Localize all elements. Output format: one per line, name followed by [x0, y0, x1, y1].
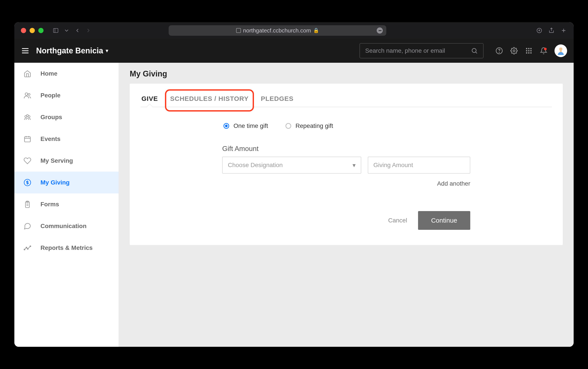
- giving-amount-input[interactable]: [373, 162, 465, 169]
- svg-rect-25: [560, 51, 562, 52]
- sidebar-item-groups[interactable]: Groups: [14, 106, 119, 128]
- svg-point-27: [28, 93, 30, 95]
- sidebar-toggle-icon[interactable]: [52, 27, 59, 34]
- settings-icon[interactable]: [510, 47, 518, 55]
- sidebar-item-communication[interactable]: Communication: [14, 215, 119, 237]
- new-tab-icon[interactable]: [560, 27, 567, 34]
- sidebar-item-events[interactable]: Events: [14, 128, 119, 150]
- svg-rect-16: [530, 48, 532, 49]
- sidebar-item-my-giving[interactable]: My Giving: [14, 172, 119, 194]
- dollar-icon: [23, 178, 32, 187]
- close-window-button[interactable]: [21, 28, 26, 33]
- tabs: GIVE SCHEDULES / HISTORY PLEDGES: [141, 92, 552, 107]
- svg-line-10: [476, 52, 477, 53]
- radio-icon: [285, 123, 291, 129]
- maximize-window-button[interactable]: [38, 28, 44, 33]
- amount-input-wrapper: [368, 157, 470, 174]
- add-another-link[interactable]: Add another: [222, 180, 470, 187]
- search-box[interactable]: [360, 43, 484, 58]
- metrics-icon: [23, 244, 32, 252]
- sidebar-item-label: Reports & Metrics: [40, 244, 93, 251]
- svg-rect-31: [25, 137, 30, 142]
- svg-point-43: [30, 246, 31, 247]
- sidebar-item-label: Home: [40, 70, 58, 77]
- sidebar-item-people[interactable]: People: [14, 84, 119, 106]
- main-content: My Giving GIVE SCHEDULES / HISTORY PLEDG…: [119, 63, 574, 347]
- menu-button[interactable]: [21, 46, 29, 55]
- svg-point-30: [27, 114, 29, 117]
- help-icon[interactable]: [495, 47, 503, 55]
- radio-repeating-gift[interactable]: Repeating gift: [285, 123, 333, 129]
- browser-window: northgatecf.ccbchurch.com 🔒 ••• Northgat…: [14, 22, 574, 347]
- browser-toolbar: northgatecf.ccbchurch.com 🔒 •••: [14, 22, 574, 39]
- sidebar-item-label: Events: [40, 135, 60, 143]
- page-settings-icon[interactable]: •••: [377, 27, 383, 33]
- sidebar-item-label: Forms: [40, 201, 59, 208]
- forward-button[interactable]: [85, 27, 92, 34]
- svg-rect-21: [528, 52, 529, 54]
- sidebar-item-forms[interactable]: Forms: [14, 194, 119, 215]
- sidebar-item-label: My Giving: [40, 179, 70, 186]
- designation-select[interactable]: Choose Designation ▾: [222, 157, 361, 174]
- page-title: My Giving: [130, 69, 563, 78]
- sidebar-item-home[interactable]: Home: [14, 63, 119, 84]
- downloads-icon[interactable]: [536, 27, 543, 34]
- svg-rect-22: [530, 52, 532, 54]
- svg-point-40: [24, 249, 25, 250]
- user-avatar[interactable]: [555, 44, 567, 57]
- svg-point-26: [25, 93, 28, 95]
- svg-point-41: [26, 247, 27, 248]
- gift-type-group: One time gift Repeating gift: [222, 123, 470, 129]
- cancel-button[interactable]: Cancel: [388, 217, 407, 224]
- app-header: Northgate Benicia ▾: [14, 39, 574, 63]
- notifications-icon[interactable]: [540, 47, 548, 55]
- org-switcher[interactable]: Northgate Benicia ▾: [36, 46, 108, 55]
- caret-down-icon: ▾: [106, 48, 108, 54]
- back-button[interactable]: [74, 27, 81, 34]
- sidebar-item-label: People: [40, 92, 60, 99]
- svg-rect-0: [54, 29, 58, 33]
- chat-icon: [23, 222, 32, 230]
- sidebar-item-label: Groups: [40, 114, 62, 121]
- lock-icon: 🔒: [313, 28, 319, 33]
- search-icon: [471, 47, 478, 54]
- search-input[interactable]: [365, 47, 471, 54]
- chevron-down-icon[interactable]: [63, 27, 70, 34]
- radio-icon: [224, 123, 229, 129]
- radio-one-time-gift[interactable]: One time gift: [224, 123, 268, 129]
- giving-card: GIVE SCHEDULES / HISTORY PLEDGES One tim…: [130, 84, 563, 245]
- svg-rect-15: [528, 48, 529, 49]
- sidebar-item-my-serving[interactable]: My Serving: [14, 150, 119, 172]
- tab-schedules-history[interactable]: SCHEDULES / HISTORY: [169, 92, 250, 107]
- home-icon: [23, 69, 32, 78]
- svg-point-12: [499, 52, 500, 52]
- minimize-window-button[interactable]: [29, 28, 35, 33]
- svg-point-24: [559, 48, 563, 51]
- groups-icon: [23, 113, 32, 122]
- chevron-down-icon: ▾: [353, 162, 356, 169]
- svg-rect-19: [530, 50, 532, 51]
- tab-pledges[interactable]: PLEDGES: [260, 92, 294, 107]
- radio-label: Repeating gift: [295, 123, 333, 129]
- address-bar[interactable]: northgatecf.ccbchurch.com 🔒 •••: [169, 25, 386, 36]
- sidebar-item-reports[interactable]: Reports & Metrics: [14, 237, 119, 259]
- svg-rect-14: [526, 48, 527, 49]
- apps-grid-icon[interactable]: [525, 47, 533, 55]
- sidebar-item-label: My Serving: [40, 157, 73, 164]
- sidebar-item-label: Communication: [40, 223, 87, 230]
- svg-rect-20: [526, 52, 527, 54]
- tab-give[interactable]: GIVE: [141, 92, 159, 107]
- heart-icon: [23, 156, 32, 165]
- svg-point-9: [472, 48, 476, 52]
- sidebar: Home People Groups Events My Serving My …: [14, 63, 119, 347]
- calendar-icon: [23, 135, 32, 143]
- people-icon: [23, 91, 32, 100]
- svg-rect-18: [528, 50, 529, 51]
- reader-icon: [236, 28, 241, 33]
- address-text: northgatecf.ccbchurch.com: [243, 27, 311, 34]
- org-name: Northgate Benicia: [36, 46, 103, 55]
- continue-button[interactable]: Continue: [418, 211, 470, 230]
- gift-amount-label: Gift Amount: [222, 145, 470, 153]
- svg-rect-17: [526, 50, 527, 51]
- share-icon[interactable]: [548, 27, 555, 34]
